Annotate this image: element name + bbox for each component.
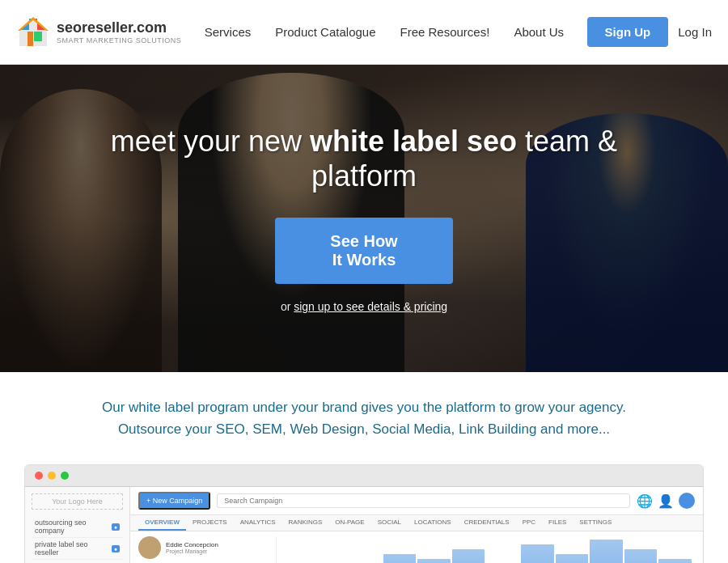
tab-settings[interactable]: SETTINGS <box>573 515 618 531</box>
chart-bar <box>521 544 554 563</box>
chart-bar <box>624 549 658 563</box>
chart-bar <box>590 540 623 563</box>
dashboard-left-column: Eddie Concepcion Project Manager easyseo… <box>138 536 268 563</box>
dashboard-preview: Your Logo Here outsourcing seo company ●… <box>24 464 704 563</box>
avatar <box>138 536 161 559</box>
profile-name: Eddie Concepcion <box>166 541 218 548</box>
tab-rankings[interactable]: RANKINGS <box>282 515 329 531</box>
dashboard-content: Eddie Concepcion Project Manager easyseo… <box>130 531 703 563</box>
window-close-dot <box>35 472 43 480</box>
login-button[interactable]: Log In <box>678 25 712 39</box>
nav-about-us[interactable]: About Us <box>514 25 564 39</box>
hero-content: meet your new white label seo team & pla… <box>49 124 679 313</box>
tab-ppc[interactable]: PPC <box>516 515 542 531</box>
hero-title: meet your new white label seo team & pla… <box>81 124 647 193</box>
main-nav: Services Product Catalogue Free Resource… <box>181 25 586 39</box>
hero-title-bold: white label seo <box>310 125 517 158</box>
dashboard-chart <box>276 536 695 563</box>
svg-rect-4 <box>34 32 42 41</box>
dashboard-nav-tabs: OVERVIEW PROJECTS ANALYTICS RANKINGS ON-… <box>130 515 703 531</box>
description-text: Our white label program under your brand… <box>49 396 679 440</box>
window-minimize-dot <box>48 472 56 480</box>
dashboard-icons: 🌐 👤 <box>637 493 695 509</box>
svg-rect-3 <box>28 32 33 46</box>
description-line1: Our white label program under your brand… <box>102 400 626 415</box>
new-campaign-button[interactable]: + New Campaign <box>138 492 210 510</box>
dashboard-main-topbar: + New Campaign 🌐 👤 <box>130 487 703 515</box>
chart-bar <box>383 554 417 563</box>
tab-files[interactable]: FILES <box>542 515 573 531</box>
tab-on-page[interactable]: ON-PAGE <box>328 515 370 531</box>
sidebar-item-1[interactable]: outsourcing seo company ● <box>32 516 123 538</box>
dashboard-main: + New Campaign 🌐 👤 OVERVIEW PROJECTS ANA… <box>130 487 703 563</box>
dashboard-body: Your Logo Here outsourcing seo company ●… <box>25 487 703 563</box>
logo-area: seoreseller.com SMART MARKETING SOLUTION… <box>16 15 181 49</box>
signup-button[interactable]: Sign Up <box>587 17 669 47</box>
dashboard-sidebar: Your Logo Here outsourcing seo company ●… <box>25 487 130 563</box>
dashboard-topbar <box>25 465 703 487</box>
chart-bar <box>658 559 692 563</box>
chart-bar <box>452 549 485 563</box>
header-actions: Sign Up Log In <box>587 17 712 47</box>
nav-product-catalogue[interactable]: Product Catalogue <box>275 25 375 39</box>
logo-tagline: SMART MARKETING SOLUTIONS <box>57 36 181 44</box>
tab-credentials[interactable]: CREDENTIALS <box>458 515 516 531</box>
hero-section: meet your new white label seo team & pla… <box>0 65 728 372</box>
hero-signup-link[interactable]: sign up to see details & pricing <box>294 300 447 313</box>
tab-social[interactable]: SOCIAL <box>371 515 408 531</box>
description-line2: Outsource your SEO, SEM, Web Design, Soc… <box>118 421 610 437</box>
tab-locations[interactable]: LOCATIONS <box>408 515 458 531</box>
tab-analytics[interactable]: ANALYTICS <box>234 515 282 531</box>
hero-sub-prefix: or <box>281 300 294 313</box>
user-icon: 👤 <box>658 493 674 509</box>
chart-bar <box>556 554 589 563</box>
description-section: Our white label program under your brand… <box>0 372 728 456</box>
hero-title-prefix: meet your new <box>111 125 310 158</box>
sidebar-badge-1: ● <box>112 523 120 531</box>
nav-services[interactable]: Services <box>205 25 252 39</box>
sidebar-badge-2: ● <box>112 545 120 552</box>
hero-subtext: or sign up to see details & pricing <box>81 300 647 313</box>
tab-projects[interactable]: PROJECTS <box>186 515 234 531</box>
logo-text: seoreseller.com SMART MARKETING SOLUTION… <box>57 19 181 44</box>
tab-overview[interactable]: OVERVIEW <box>138 515 186 531</box>
window-maximize-dot <box>61 472 69 480</box>
sidebar-item-2[interactable]: private label seo reseller ● <box>32 538 123 560</box>
globe-icon: 🌐 <box>637 493 653 509</box>
profile-section: Eddie Concepcion Project Manager <box>138 536 268 559</box>
campaign-search-input[interactable] <box>217 493 630 508</box>
logo-name: seoreseller.com <box>57 19 181 36</box>
profile-title: Project Manager <box>166 548 218 554</box>
header: seoreseller.com SMART MARKETING SOLUTION… <box>0 0 728 65</box>
nav-free-resources[interactable]: Free Resources! <box>400 25 490 39</box>
avatar-icon <box>679 493 695 509</box>
see-how-it-works-button[interactable]: See How It Works <box>275 218 453 284</box>
chart-bar <box>417 559 451 563</box>
logo-placeholder: Your Logo Here <box>32 493 123 510</box>
logo-icon <box>16 15 50 49</box>
